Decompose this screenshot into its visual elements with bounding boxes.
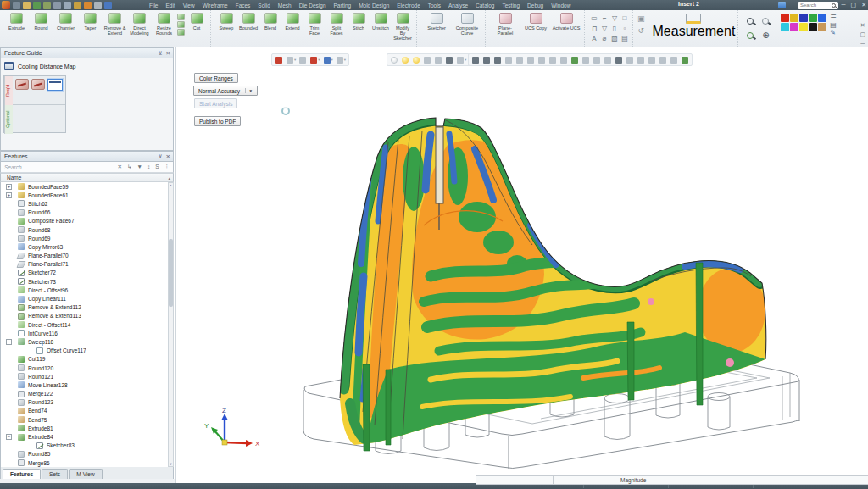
menu-item[interactable]: Faces xyxy=(236,3,251,8)
quick-access-icon[interactable] xyxy=(23,2,31,9)
tree-item[interactable]: + BoundedFace61 xyxy=(1,191,168,199)
ribbon-button[interactable]: Composite Curve xyxy=(453,12,481,36)
ribbon-button[interactable]: Stitch xyxy=(348,12,369,41)
annotation-icon[interactable]: □ xyxy=(620,14,630,24)
ribbon-button[interactable]: Split Faces xyxy=(326,12,347,41)
search-tool-icon[interactable]: ▼ xyxy=(136,164,142,170)
tab-required[interactable]: Req'd xyxy=(4,76,13,105)
tree-item[interactable]: Round68 xyxy=(1,225,168,234)
tree-item[interactable]: Cut119 xyxy=(1,355,168,364)
history-icon[interactable]: ▣ xyxy=(637,14,645,23)
history-icon[interactable]: ↺ xyxy=(637,26,644,35)
pen-icon[interactable]: ✎ xyxy=(830,29,837,36)
quick-access-icon[interactable] xyxy=(74,2,81,9)
annotation-icon[interactable]: ⌀ xyxy=(599,34,609,44)
color-swatch[interactable] xyxy=(799,14,808,22)
menu-item[interactable]: Edit xyxy=(165,3,175,8)
close-icon[interactable]: ✕ xyxy=(166,50,170,57)
quick-access-icon[interactable] xyxy=(13,2,20,9)
annotation-icon[interactable]: ▽ xyxy=(599,24,609,34)
tree-item[interactable]: Remove & Extend113 xyxy=(1,312,168,320)
menu-item[interactable]: Catalog xyxy=(476,3,494,8)
zoom-fit-icon[interactable] xyxy=(743,28,758,42)
menu-item[interactable]: Parting xyxy=(334,3,352,8)
search-tool-icon[interactable]: ⋮ xyxy=(164,164,170,170)
tree-item[interactable]: Round85 xyxy=(1,450,168,458)
color-swatch[interactable] xyxy=(781,23,789,31)
annotation-icon[interactable]: ▫ xyxy=(620,24,630,34)
pan-icon[interactable]: ⊕ xyxy=(758,28,773,42)
menu-item[interactable]: Debug xyxy=(527,3,543,8)
quick-access-icon[interactable] xyxy=(104,2,112,9)
annotation-icon[interactable]: ▧ xyxy=(609,34,620,44)
tree-item[interactable]: Merge86 xyxy=(1,458,168,467)
ribbon-button[interactable]: Trim Face xyxy=(304,12,325,41)
menu-item[interactable]: Die Design xyxy=(299,3,326,8)
tree-scrollbar[interactable]: ▲ ▼ xyxy=(168,182,174,467)
line-style-icon[interactable]: ▤ xyxy=(830,21,837,29)
tree-item[interactable]: Round121 xyxy=(1,372,168,381)
tree-item[interactable]: Copy Mirror63 xyxy=(1,242,168,251)
menu-item[interactable]: Mold Design xyxy=(359,3,389,8)
tree-item[interactable]: Direct - Offset96 xyxy=(1,286,168,294)
ribbon-button[interactable]: Activate UCS xyxy=(552,12,581,36)
tree-item[interactable]: Extrude81 xyxy=(1,424,168,432)
ribbon-button[interactable]: Remove & Extend xyxy=(103,12,126,36)
annotation-icon[interactable]: ▭ xyxy=(589,14,599,24)
line-weight-icon[interactable]: ☰ xyxy=(830,14,837,21)
menu-item[interactable]: Testing xyxy=(502,3,520,8)
tree-item[interactable]: Copy Linear111 xyxy=(1,294,168,303)
ribbon-button[interactable]: Chamfer xyxy=(54,12,77,36)
annotation-icon[interactable]: ⌐ xyxy=(599,14,609,24)
measurement-button[interactable]: Measurement xyxy=(653,14,736,39)
search-tool-icon[interactable]: S xyxy=(155,164,159,170)
tree-item[interactable]: + BoundedFace59 xyxy=(1,182,168,191)
restore-button[interactable]: ▢ xyxy=(851,0,857,10)
close-icon[interactable]: ✕ xyxy=(166,153,170,160)
ribbon-button[interactable]: Bounded xyxy=(238,12,259,41)
color-swatch[interactable] xyxy=(799,23,808,31)
ribbon-button[interactable]: Sketcher xyxy=(422,12,451,36)
menu-item[interactable]: Tools xyxy=(428,3,441,8)
search-tool-icon[interactable]: ✕ xyxy=(118,164,122,170)
menu-item[interactable]: Analyse xyxy=(448,3,468,8)
pin-icon[interactable]: ⊻ xyxy=(159,50,163,57)
doc-close-icon[interactable]: ✕ xyxy=(860,22,865,28)
tree-item[interactable]: Round69 xyxy=(1,234,168,242)
tree-item[interactable]: Plane-Parallel70 xyxy=(1,252,168,260)
tree-item[interactable]: Sketcher72 xyxy=(1,269,168,277)
doc-restore-icon[interactable]: ▢ xyxy=(860,31,865,37)
tree-item[interactable]: Round120 xyxy=(1,364,168,372)
ribbon-button[interactable]: Extend xyxy=(282,12,303,41)
ribbon-button[interactable]: Direct Modeling xyxy=(128,12,151,36)
color-swatch[interactable] xyxy=(809,23,817,31)
mold-face-icon[interactable] xyxy=(15,79,29,90)
menu-item[interactable]: View xyxy=(183,3,195,8)
color-swatch[interactable] xyxy=(781,14,789,22)
tree-item[interactable]: Bend74 xyxy=(1,407,168,415)
app-logo-icon[interactable] xyxy=(2,1,10,9)
menu-item[interactable]: Wireframe xyxy=(203,3,228,8)
tree-item[interactable]: Sketcher73 xyxy=(1,277,168,286)
quick-access-icon[interactable] xyxy=(43,2,51,9)
tree-item[interactable]: Round123 xyxy=(1,398,168,407)
tab-optional[interactable]: Optional xyxy=(4,105,13,134)
search-box[interactable]: Search xyxy=(798,2,838,9)
tree-item[interactable]: Bend75 xyxy=(1,415,168,424)
ribbon-button[interactable]: Resize Rounds xyxy=(153,12,175,36)
ribbon-button[interactable]: Modify By Sketcher xyxy=(392,12,413,41)
search-tool-icon[interactable]: ↕ xyxy=(147,164,150,170)
ribbon-button[interactable]: Unstitch xyxy=(370,12,391,41)
annotation-icon[interactable]: A xyxy=(589,34,599,44)
menu-item[interactable]: Electrode xyxy=(397,3,420,8)
minimize-button[interactable]: ─ xyxy=(842,0,846,10)
annotation-icon[interactable]: ▯ xyxy=(609,24,620,34)
ribbon-button[interactable]: UCS Copy xyxy=(521,12,550,36)
features-column-header[interactable]: Name ▴ xyxy=(0,173,174,182)
annotation-icon[interactable]: ▤ xyxy=(620,34,630,44)
color-swatch[interactable] xyxy=(818,14,826,22)
tree-item[interactable]: IntCurve116 xyxy=(1,329,168,337)
tree-item[interactable]: Round66 xyxy=(1,208,168,217)
menu-item[interactable]: File xyxy=(149,3,158,8)
tree-item[interactable]: Offset Curve117 xyxy=(1,347,168,355)
